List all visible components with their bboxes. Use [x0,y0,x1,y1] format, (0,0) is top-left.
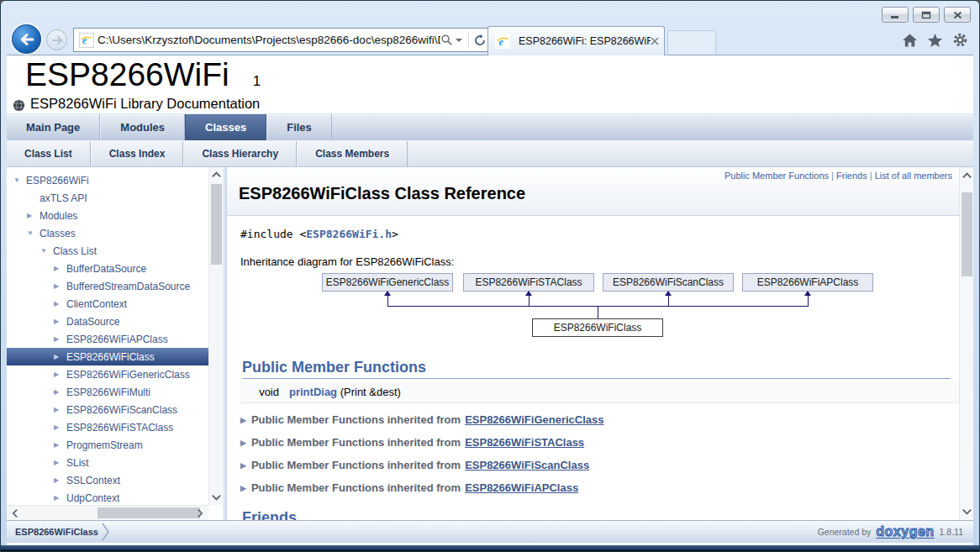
content-vertical-scrollbar[interactable] [959,167,973,520]
tree-item-slist[interactable]: ▶SList [7,454,208,471]
address-dropdown-caret[interactable] [456,39,462,42]
sidebar-hscroll-thumb[interactable] [97,507,200,518]
close-button[interactable] [944,7,971,23]
tree-collapsed-icon[interactable]: ▶ [54,423,66,431]
tree-collapsed-icon[interactable]: ▶ [54,353,66,360]
include-file-link[interactable]: ESP8266WiFi.h [306,228,392,240]
tree-collapsed-icon[interactable]: ▶ [54,300,66,308]
back-button[interactable] [12,24,41,54]
tree-item-class-list[interactable]: ▼Class List [7,242,208,260]
tree-item-esp8266wifiapclass[interactable]: ▶ESP8266WiFiAPClass [7,330,208,348]
inherit-collapsed-icon[interactable]: ▶ [240,439,246,447]
summary-link-list-of-all-members[interactable]: List of all members [875,171,952,181]
members-heading: Public Member Functions [242,359,951,379]
tree-collapsed-icon[interactable]: ▶ [54,388,66,396]
tree-item-bufferedstreamdatasource[interactable]: ▶BufferedStreamDataSource [7,277,208,295]
scroll-up-icon[interactable] [211,170,222,180]
tab-files[interactable]: Files [266,114,332,141]
new-tab-button[interactable] [667,30,716,54]
scroll-left-icon[interactable] [10,508,20,518]
address-search-icon[interactable] [440,34,453,46]
inherited-class-link-esp8266wifiapclass[interactable]: ESP8266WiFiAPClass [465,481,578,494]
tree-item-esp8266wifiscanclass[interactable]: ▶ESP8266WiFiScanClass [7,401,208,418]
inherited-class-link-esp8266wifigenericclass[interactable]: ESP8266WiFiGenericClass [465,413,603,426]
tree-collapsed-icon[interactable]: ▶ [54,265,66,272]
tree-collapsed-icon[interactable]: ▶ [54,441,66,449]
url-text[interactable]: C:\Users\Krzysztof\Documents\Projects\es… [97,34,440,46]
tree-item-classes[interactable]: ▼Classes [7,224,208,242]
tree-collapsed-icon[interactable]: ▶ [54,459,66,466]
tree-item-esp8266wificlass[interactable]: ▶ESP8266WiFiClass [7,348,208,365]
tree-collapsed-icon[interactable]: ▶ [54,282,66,290]
inherited-class-link-esp8266wifiscanclass[interactable]: ESP8266WiFiScanClass [465,459,589,471]
scroll-down-icon[interactable] [211,492,222,502]
tree-expanded-icon[interactable]: ▼ [13,176,26,184]
tree-collapsed-icon[interactable]: ▶ [54,318,66,325]
diagram-node-esp8266wifiapclass[interactable]: ESP8266WiFiAPClass [742,273,873,292]
breadcrumb-item[interactable]: ESP8266WiFiClass [15,527,98,537]
settings-gear-icon[interactable] [952,32,968,48]
home-icon[interactable] [902,33,918,48]
inherit-collapsed-icon[interactable]: ▶ [240,416,246,424]
inherited-header-esp8266wifiapclass[interactable]: ▶Public Member Functions inherited fromE… [240,481,959,494]
inherit-collapsed-icon[interactable]: ▶ [240,461,246,470]
breadcrumb[interactable]: ESP8266WiFiClass [15,521,110,543]
favorites-star-icon[interactable] [927,33,943,48]
summary-link-friends[interactable]: Friends [836,171,867,181]
tree-item-clientcontext[interactable]: ▶ClientContext [7,295,208,313]
forward-button-disabled[interactable] [46,29,67,50]
diagram-node-child[interactable]: ESP8266WiFiClass [532,318,663,337]
inherited-class-link-esp8266wifistaclass[interactable]: ESP8266WiFiSTAClass [465,436,584,449]
tree-item-datasource[interactable]: ▶DataSource [7,313,208,330]
inherit-collapsed-icon[interactable]: ▶ [240,484,246,492]
tree-item-esp8266wifistaclass[interactable]: ▶ESP8266WiFiSTAClass [7,418,208,436]
diagram-node-esp8266wifistaclass[interactable]: ESP8266WiFiSTAClass [463,273,594,292]
tree-collapsed-icon[interactable]: ▶ [27,212,40,219]
tree-item-sslcontext[interactable]: ▶SSLContext [7,471,208,489]
scroll-right-icon[interactable] [195,508,205,518]
tree-collapsed-icon[interactable]: ▶ [54,406,66,413]
doxygen-logo[interactable]: doxygen [876,524,934,539]
tree-expanded-icon[interactable]: ▼ [27,229,40,237]
tab-main-page[interactable]: Main Page [7,114,100,141]
subtab-class-index[interactable]: Class Index [91,141,184,168]
tree-expanded-icon[interactable]: ▼ [40,247,53,255]
member-link-printdiag[interactable]: printDiag [289,386,337,398]
subtab-class-list[interactable]: Class List [7,141,91,168]
refresh-icon[interactable] [473,34,487,47]
tree-item-esp8266wifigenericclass[interactable]: ▶ESP8266WiFiGenericClass [7,365,208,383]
diagram-node-esp8266wifiscanclass[interactable]: ESP8266WiFiScanClass [603,273,734,292]
tree-collapsed-icon[interactable]: ▶ [54,335,66,343]
inherited-header-esp8266wifiscanclass[interactable]: ▶Public Member Functions inherited fromE… [240,459,959,471]
tab-modules[interactable]: Modules [100,114,185,141]
tab-close-icon[interactable] [651,37,659,45]
tree-collapsed-icon[interactable]: ▶ [54,371,66,378]
tree-collapsed-icon[interactable]: ▶ [54,476,66,484]
summary-link-public-member-functions[interactable]: Public Member Functions [724,171,829,181]
tree-item-bufferdatasource[interactable]: ▶BufferDataSource [7,260,208,277]
subtab-class-members[interactable]: Class Members [297,141,408,168]
tree-item-udpcontext[interactable]: ▶UdpContext [7,489,208,505]
content-scroll-thumb[interactable] [962,192,972,276]
tree-item-progmemstream[interactable]: ▶ProgmemStream [7,436,208,454]
tree-collapsed-icon[interactable]: ▶ [54,494,66,502]
diagram-node-esp8266wifigenericclass[interactable]: ESP8266WiFiGenericClass [322,273,453,292]
sidebar-vscroll-thumb[interactable] [211,184,222,265]
tree-item-esp8266wifimulti[interactable]: ▶ESP8266WiFiMulti [7,383,208,401]
sidebar-horizontal-scrollbar[interactable] [7,505,208,520]
doxygen-page: ESP8266WiFi 1 ESP8266WiFi Library Docume… [7,55,973,547]
tab-classes[interactable]: Classes [185,114,266,141]
sidebar-vertical-scrollbar[interactable] [208,167,223,505]
address-bar[interactable]: e C:\Users\Krzysztof\Documents\Projects\… [73,28,491,52]
subtab-class-hierarchy[interactable]: Class Hierarchy [183,141,297,168]
tree-item-axtls-api[interactable]: axTLS API [7,189,208,207]
inherited-header-esp8266wifigenericclass[interactable]: ▶Public Member Functions inherited fromE… [240,413,959,426]
tree-item-modules[interactable]: ▶Modules [7,207,208,224]
minimize-button[interactable] [882,7,909,23]
maximize-button[interactable] [913,7,940,23]
content-scroll-up-icon[interactable] [962,171,972,181]
tree-item-esp8266wifi[interactable]: ▼ESP8266WiFi [7,171,208,189]
browser-tab[interactable]: e ESP8266WiFi: ESP8266WiFi... [487,26,665,55]
content-scroll-down-icon[interactable] [962,507,972,517]
inherited-header-esp8266wifistaclass[interactable]: ▶Public Member Functions inherited fromE… [240,436,959,449]
